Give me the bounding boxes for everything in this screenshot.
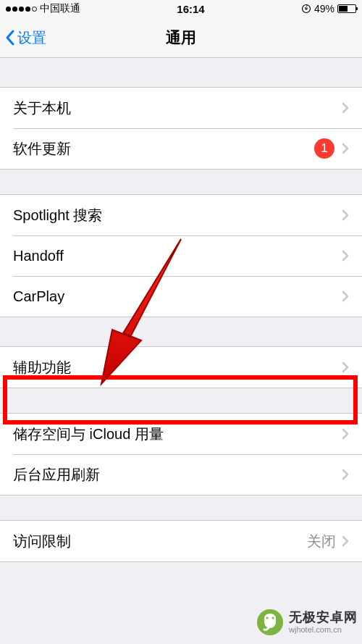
- row-carplay[interactable]: CarPlay: [0, 276, 362, 317]
- back-label: 设置: [17, 28, 46, 48]
- status-right: 49%: [301, 3, 356, 14]
- page-title: 通用: [166, 28, 196, 48]
- settings-group: 辅助功能: [0, 346, 362, 388]
- row-about[interactable]: 关于本机: [0, 88, 362, 128]
- carrier-label: 中国联通: [40, 2, 80, 15]
- svg-point-3: [272, 617, 274, 619]
- chevron-right-icon: [342, 469, 349, 480]
- battery-icon: [337, 4, 356, 13]
- row-label: 软件更新: [13, 139, 314, 159]
- settings-group: 关于本机 软件更新 1: [0, 87, 362, 170]
- chevron-right-icon: [342, 428, 349, 440]
- watermark-logo-icon: [256, 608, 285, 637]
- signal-strength-icon: [6, 7, 37, 12]
- row-label: 后台应用刷新: [13, 465, 342, 485]
- row-accessibility[interactable]: 辅助功能: [0, 347, 362, 388]
- row-label: Spotlight 搜索: [13, 206, 342, 225]
- row-handoff[interactable]: Handoff: [0, 235, 362, 276]
- row-label: Handoff: [13, 248, 342, 264]
- svg-point-2: [266, 617, 269, 619]
- svg-point-0: [302, 5, 310, 13]
- settings-group: Spotlight 搜索 Handoff CarPlay: [0, 194, 362, 317]
- row-label: 关于本机: [13, 99, 342, 118]
- watermark-title: 无极安卓网: [289, 611, 358, 625]
- status-left: 中国联通: [6, 2, 80, 15]
- row-background-refresh[interactable]: 后台应用刷新: [0, 454, 362, 495]
- content-scroll[interactable]: 关于本机 软件更新 1 Spotlight 搜索 Handoff: [0, 58, 362, 562]
- row-label: 访问限制: [13, 532, 307, 551]
- row-label: CarPlay: [13, 288, 342, 305]
- row-storage[interactable]: 储存空间与 iCloud 用量: [0, 414, 362, 454]
- chevron-right-icon: [342, 102, 349, 114]
- settings-group: 储存空间与 iCloud 用量 后台应用刷新: [0, 413, 362, 495]
- notification-badge: 1: [314, 138, 334, 159]
- row-restrictions[interactable]: 访问限制 关闭: [0, 521, 362, 561]
- status-bar: 中国联通 16:14 49%: [0, 0, 362, 17]
- settings-group: 访问限制 关闭: [0, 520, 362, 562]
- orientation-lock-icon: [301, 4, 311, 14]
- watermark-subtitle: wjhotel.com.cn: [289, 625, 358, 634]
- chevron-right-icon: [342, 290, 349, 302]
- status-time: 16:14: [177, 3, 204, 15]
- chevron-right-icon: [342, 535, 349, 547]
- row-spotlight[interactable]: Spotlight 搜索: [0, 195, 362, 235]
- chevron-right-icon: [342, 250, 349, 262]
- row-software-update[interactable]: 软件更新 1: [0, 128, 362, 169]
- nav-bar: 设置 通用: [0, 17, 362, 58]
- chevron-right-icon: [342, 209, 349, 221]
- back-button[interactable]: 设置: [4, 17, 46, 58]
- row-label: 储存空间与 iCloud 用量: [13, 425, 342, 444]
- row-label: 辅助功能: [13, 358, 342, 377]
- chevron-left-icon: [4, 29, 16, 46]
- battery-percent: 49%: [314, 3, 334, 14]
- watermark: 无极安卓网 wjhotel.com.cn: [256, 608, 358, 637]
- chevron-right-icon: [342, 361, 349, 373]
- chevron-right-icon: [342, 143, 349, 154]
- row-value: 关闭: [307, 532, 336, 551]
